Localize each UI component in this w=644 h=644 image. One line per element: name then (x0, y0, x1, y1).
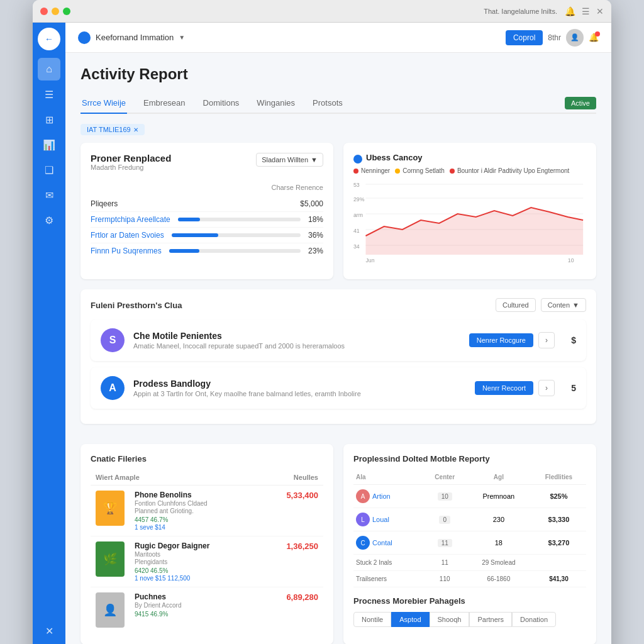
product-value-1: 1,36,250 (264, 541, 318, 551)
sidebar-item-home[interactable]: ⌂ (38, 58, 60, 80)
process-tab-4[interactable]: Donation (512, 612, 556, 627)
svg-text:Jun: Jun (365, 257, 374, 264)
header-right: Coprol 8thr 👤 🔔 (506, 29, 599, 47)
header: Keefornand Immation ▼ Coprol 8thr 👤 🔔 (65, 23, 611, 53)
summary-label-1: Trailseners (353, 571, 424, 587)
data-link-2[interactable]: Contal (372, 539, 392, 547)
cta-button[interactable]: Coprol (506, 30, 543, 45)
product-sub1-0: Fontlon Clunhfons Cldaed (135, 500, 254, 507)
summary-row-0: Stuck 2 Inals 11 29 Smolead (353, 555, 586, 571)
process-tab-0[interactable]: Nontile (353, 612, 391, 627)
cultured-button[interactable]: Cultured (496, 298, 536, 312)
product-pct-1: 6420 46.5% (135, 567, 168, 574)
col-center: Center (424, 470, 466, 485)
sidebar-item-settings[interactable]: ⚙ (38, 209, 60, 231)
section-actions: Cultured Conten ▼ (496, 298, 586, 312)
minimize-button[interactable] (52, 8, 59, 15)
report-row-1-bar-fill (178, 218, 200, 221)
product-name-2: Puchnes (135, 592, 254, 601)
filter-badge[interactable]: IAT TMLIE169 ✕ (80, 124, 145, 135)
report-row-3-bar-fill (169, 249, 199, 253)
list-item-0: S Che Motile Penientes Amatic Maneel, In… (91, 319, 586, 361)
sidebar-item-grid[interactable]: ⊞ (38, 108, 60, 131)
list-item-arrow-0[interactable]: › (538, 332, 555, 348)
svg-text:53: 53 (353, 182, 360, 188)
brand-dropdown-icon[interactable]: ▼ (179, 34, 185, 41)
list-item-info-0: Che Motile Penientes Amatic Maneel, Inco… (133, 331, 460, 350)
report-row-2-label[interactable]: Frtlor ar Daten Svoies (91, 231, 164, 240)
conten-button[interactable]: Conten ▼ (541, 298, 586, 312)
main-content: Keefornand Immation ▼ Coprol 8thr 👤 🔔 Ac… (65, 23, 611, 644)
legend-dot-2 (450, 169, 455, 174)
notification-bell[interactable]: 🔔 (589, 33, 599, 42)
process-tab-1[interactable]: Asptod (391, 612, 429, 627)
col-sales: Neulles (259, 470, 323, 486)
process-tab-2[interactable]: Shooqh (430, 612, 470, 627)
sidebar: ← ⌂ ☰ ⊞ 📊 ❑ ✉ ⚙ ✕ ⬛ (33, 23, 65, 644)
product-name-1: Rugic Degor Baigner (135, 541, 254, 550)
close-button[interactable] (40, 8, 48, 15)
bottom-section: Cnatic Fileries Wiert Amaple Neulles (80, 444, 596, 644)
chart-brand-icon (353, 155, 362, 164)
process-tab-3[interactable]: Partners (469, 612, 512, 627)
report-row-3-label[interactable]: Finnn Pu Suqrenmes (91, 247, 162, 255)
list-item-btn-1[interactable]: Nenrr Recoort (475, 381, 533, 395)
tabs-bar: Srrce Wieije Embresean Domitions Wingani… (80, 93, 596, 114)
list-item-arrow-1[interactable]: › (538, 380, 555, 396)
legend-item-2: Bountor i Aldir Padtivity Upo Engtermont (450, 167, 569, 174)
summary-v1-0: 11 (424, 555, 466, 571)
tab-2[interactable]: Domitions (202, 93, 241, 114)
conten-label: Conten (548, 301, 570, 309)
report-row-1-bar (178, 218, 301, 221)
page-content: Activity Report Srrce Wieije Embresean D… (65, 53, 611, 644)
summary-value-1: $41,30 (531, 571, 586, 587)
sidebar-item-layers[interactable]: ❑ (38, 158, 60, 181)
tab-3[interactable]: Winganies (255, 93, 296, 114)
traffic-lights (40, 8, 70, 15)
product-sub1-1: Maritoots (135, 551, 254, 558)
svg-text:arm: arm (353, 212, 363, 218)
report-row-1-label[interactable]: Frermptchipa Areellcate (91, 215, 170, 224)
user-avatar[interactable]: 👤 (566, 29, 584, 47)
data-value-1: $3,330 (531, 508, 586, 531)
filter-badge-close[interactable]: ✕ (133, 126, 138, 133)
report-row-3: Finnn Pu Suqrenmes 23% (91, 243, 323, 258)
report-row-2-value: 36% (308, 231, 323, 240)
list-item-1: A Prodess Bandlogy Appin at 3 Tartln for… (91, 367, 586, 409)
product-pct-0: 4457 46.7% (135, 516, 168, 523)
report-dropdown[interactable]: Sladarn Willten ▼ (256, 153, 323, 167)
bottom-right-card: Proplessind Dolted Motble Reporty Ala Ce… (343, 444, 596, 644)
sidebar-item-list[interactable]: ☰ (38, 83, 60, 106)
svg-text:41: 41 (353, 228, 360, 234)
legend-label-0: Nenninger (361, 167, 390, 174)
list-item-name-1: Prodess Bandlogy (133, 379, 466, 389)
menu-icon[interactable]: ☰ (582, 6, 590, 16)
tab-1[interactable]: Embresean (142, 93, 186, 114)
data-link-0[interactable]: Artion (372, 492, 391, 500)
sidebar-item-chart[interactable]: 📊 (38, 133, 60, 156)
list-item-btn-0[interactable]: Nenrer Rocgure (469, 333, 533, 347)
svg-text:34: 34 (353, 243, 360, 250)
tab-action-button[interactable]: Active (565, 97, 596, 109)
sidebar-item-mail[interactable]: ✉ (38, 184, 60, 206)
report-card: Proner Renplaced Madarth Fredung Sladarn… (80, 143, 333, 279)
close-icon[interactable]: ✕ (596, 6, 604, 16)
maximize-button[interactable] (63, 8, 70, 15)
data-center-0: 10 (438, 492, 452, 501)
data-link-1[interactable]: Loual (372, 516, 389, 523)
col-fledlities: Fledlities (531, 470, 586, 485)
data-avatar-0: A (356, 489, 370, 503)
process-section: Procness Morebier Pahagels Nontile Aspto… (353, 596, 586, 627)
bell-icon[interactable]: 🔔 (565, 6, 575, 16)
tab-4[interactable]: Protsots (311, 93, 344, 114)
data-value-0: $25% (531, 485, 586, 508)
bottom-left-title: Cnatic Fileries (91, 454, 323, 464)
product-sub2-1: Plengidants (135, 558, 254, 565)
legend-dot-1 (395, 169, 400, 174)
sidebar-logo[interactable]: ← (38, 28, 60, 50)
product-value-0: 5,33,400 (264, 491, 318, 500)
tab-0[interactable]: Srrce Wieije (80, 93, 127, 114)
data-center-1: 0 (439, 516, 450, 524)
sidebar-item-close[interactable]: ✕ (38, 619, 60, 642)
data-row-1-name: L Loual (356, 513, 421, 526)
